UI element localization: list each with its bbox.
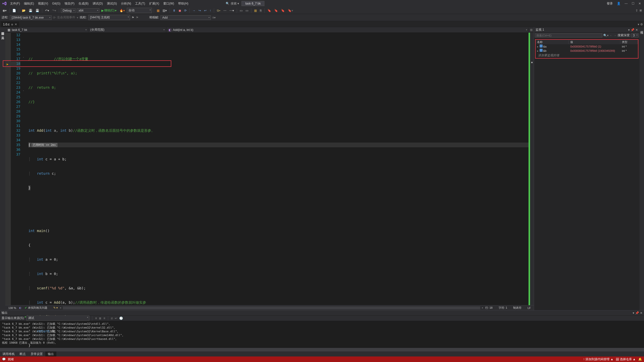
process-dropdown[interactable]: [29444] task 6_7 bk.exe bbox=[10, 15, 52, 20]
restart-icon[interactable]: ⟳ bbox=[183, 8, 188, 13]
tab-call-stack[interactable]: 调用堆栈 bbox=[0, 351, 17, 357]
continue-button[interactable]: ▶ 继续(C) ▾ bbox=[100, 8, 117, 13]
auto-dropdown[interactable]: 自动 bbox=[127, 8, 152, 13]
gear-icon[interactable]: ⚙ bbox=[640, 23, 643, 26]
fold-gutter[interactable]: ˅ ˅ bbox=[22, 33, 27, 305]
bm2[interactable]: 🔖 bbox=[273, 8, 279, 13]
minimize-button[interactable]: — bbox=[623, 2, 630, 5]
config-dropdown[interactable]: Debug bbox=[61, 8, 76, 13]
stack-dropdown[interactable]: Add bbox=[160, 15, 211, 20]
chat-icon[interactable]: 💬 bbox=[2, 357, 6, 361]
bm4[interactable]: 🔖▾ bbox=[287, 8, 294, 13]
menu-extensions[interactable]: 扩展(X) bbox=[147, 1, 161, 7]
save-all-icon[interactable]: 💾 bbox=[34, 8, 40, 13]
step-out-icon[interactable]: ↩ bbox=[203, 8, 208, 13]
search-box[interactable]: 🔍 搜索 ▾ bbox=[226, 2, 239, 6]
menu-file[interactable]: 文件(F) bbox=[8, 1, 22, 7]
horizontal-scrollbar[interactable] bbox=[63, 306, 480, 309]
zoom-level[interactable]: 138 % bbox=[5, 306, 19, 309]
close-tab-icon[interactable]: ✕ bbox=[15, 23, 17, 26]
menu-build[interactable]: 生成(B) bbox=[76, 1, 91, 7]
status-bell-icon[interactable]: 🔔 bbox=[638, 357, 642, 361]
sign-in-button[interactable]: 登录 bbox=[605, 2, 615, 6]
watch-row[interactable]: ▸&b 0x000000417578f9b8 {1900349289} int … bbox=[536, 49, 638, 53]
maximize-button[interactable]: ☐ bbox=[630, 2, 636, 5]
tb-g2[interactable]: ⋯ bbox=[222, 8, 227, 13]
code-area[interactable]: // //所以创建一个a变量 // printf("%lf\n", a); //… bbox=[27, 33, 529, 305]
bm3[interactable]: 🔖 bbox=[280, 8, 286, 13]
step-back-icon[interactable]: ↑ bbox=[209, 8, 212, 13]
more-tabs[interactable]: ▾ bbox=[638, 23, 639, 26]
panel-pin-icon[interactable]: 📌 bbox=[631, 28, 634, 32]
solution-name[interactable]: task 6_7 bk bbox=[242, 1, 264, 6]
nav-prev-icon[interactable]: ← bbox=[610, 34, 613, 37]
tb-h2[interactable]: ▭ bbox=[245, 8, 249, 13]
tb-ic2[interactable]: ▥▾ bbox=[162, 8, 168, 13]
side-tool-tabs[interactable]: 服务器资源管理器 工具箱 bbox=[0, 27, 5, 310]
watch-search-input[interactable] bbox=[535, 33, 602, 37]
nav-back[interactable]: ◉▾ bbox=[2, 8, 8, 13]
add-watch-item[interactable]: 添加要监视的项 bbox=[536, 53, 638, 58]
pin-icon[interactable]: ⊕ bbox=[11, 23, 13, 26]
new-item[interactable]: 📄 bbox=[11, 8, 17, 13]
menu-debug[interactable]: 调试(D) bbox=[91, 1, 105, 7]
step-into-icon[interactable]: → bbox=[191, 8, 196, 13]
watch-col-type[interactable]: 类型 bbox=[620, 40, 638, 44]
out-menu[interactable]: ▾ bbox=[633, 311, 634, 315]
watch-col-name[interactable]: 名称 bbox=[536, 40, 569, 44]
menu-tools[interactable]: 工具(T) bbox=[133, 1, 147, 7]
split-icon[interactable]: ⊞ bbox=[529, 28, 534, 32]
live-share-icon[interactable]: ⇪ bbox=[635, 9, 638, 12]
menu-project[interactable]: 项目(P) bbox=[62, 1, 76, 7]
perf-tip[interactable]: 已用时间 <= 2ms bbox=[31, 143, 57, 147]
undo-icon[interactable]: ↶▾ bbox=[44, 8, 50, 13]
bookmark-icon[interactable]: 🔖 bbox=[266, 8, 272, 13]
menu-edit[interactable]: 编辑(E) bbox=[22, 1, 36, 7]
status-repo[interactable]: ▦ 选择仓库 ▲ bbox=[616, 357, 636, 361]
redo-icon[interactable]: ↷▾ bbox=[51, 8, 57, 13]
admin-icon[interactable]: ⛨ bbox=[639, 9, 642, 12]
thread-dropdown[interactable]: [34476] 主线程 bbox=[88, 15, 130, 20]
tb-ic1[interactable]: ▦ bbox=[156, 8, 160, 13]
document-tab[interactable]: 1.0.c ⊕ ✕ bbox=[1, 22, 19, 27]
editor-body[interactable]: ➤ 12131415 1617181920 2122232425 2627282… bbox=[5, 33, 534, 305]
output-source-dropdown[interactable]: 调试 bbox=[26, 315, 89, 321]
pause-icon[interactable]: ⏸ bbox=[172, 8, 177, 13]
margin-gutter[interactable]: ➤ bbox=[5, 33, 11, 305]
out-pin[interactable]: 📌 bbox=[635, 311, 639, 315]
menu-view[interactable]: 视图(V) bbox=[36, 1, 50, 7]
save-icon[interactable]: 💾 bbox=[28, 8, 33, 13]
vertical-scrollbar[interactable] bbox=[530, 33, 534, 305]
tb-g3[interactable]: ⋯▾ bbox=[228, 8, 235, 13]
tb-g1[interactable]: ⧉▾ bbox=[216, 8, 221, 13]
server-explorer-tab[interactable]: 工具箱 bbox=[1, 33, 5, 35]
panel-close-icon[interactable]: ✕ bbox=[635, 28, 638, 32]
depth-dropdown[interactable]: 3 bbox=[631, 33, 638, 37]
menu-analyze[interactable]: 分析(N) bbox=[119, 1, 133, 7]
menu-test[interactable]: 测试(S) bbox=[105, 1, 119, 7]
account-icon[interactable]: 👤 bbox=[615, 2, 623, 5]
tb-h1[interactable]: ▭ bbox=[239, 8, 244, 13]
close-button[interactable]: ✕ bbox=[636, 2, 643, 5]
status-git[interactable]: ↑ 添加到源代码管理 ▲ bbox=[583, 357, 614, 361]
watch-col-value[interactable]: 值 bbox=[569, 40, 620, 44]
step-over-icon[interactable]: ↪ bbox=[197, 8, 202, 13]
right-tool-tabs[interactable]: 属性 bbox=[639, 27, 644, 310]
menu-help[interactable]: 帮助(H) bbox=[176, 1, 190, 7]
hot-reload-icon[interactable]: 🔥▾ bbox=[118, 8, 126, 13]
open-icon[interactable]: 📂 bbox=[21, 8, 27, 13]
watch-row[interactable]: ▸&a 0x000000417578f9b0 {1} int * bbox=[536, 44, 638, 49]
out-close[interactable]: ✕ bbox=[640, 311, 642, 315]
platform-dropdown[interactable]: x64 bbox=[77, 8, 99, 13]
nav-next-icon[interactable]: → bbox=[614, 34, 617, 37]
tb-i2[interactable]: ⎘ bbox=[259, 8, 263, 13]
stop-icon[interactable]: ◼ bbox=[178, 8, 182, 13]
tb-i1[interactable]: ▦ bbox=[253, 8, 258, 13]
nav-func[interactable]: ◧Add(int a, int b) bbox=[166, 28, 529, 32]
nav-project[interactable]: ▦task 6_7 bk bbox=[5, 28, 88, 32]
watch-search-icon[interactable]: 🔍▾ bbox=[603, 34, 609, 37]
toolbox-tab[interactable]: 服务器资源管理器 bbox=[1, 29, 5, 31]
nav-scope[interactable]: (全局范围) bbox=[88, 27, 166, 32]
menu-git[interactable]: Git(G) bbox=[50, 1, 62, 6]
panel-menu-icon[interactable]: ▾ bbox=[628, 28, 630, 32]
